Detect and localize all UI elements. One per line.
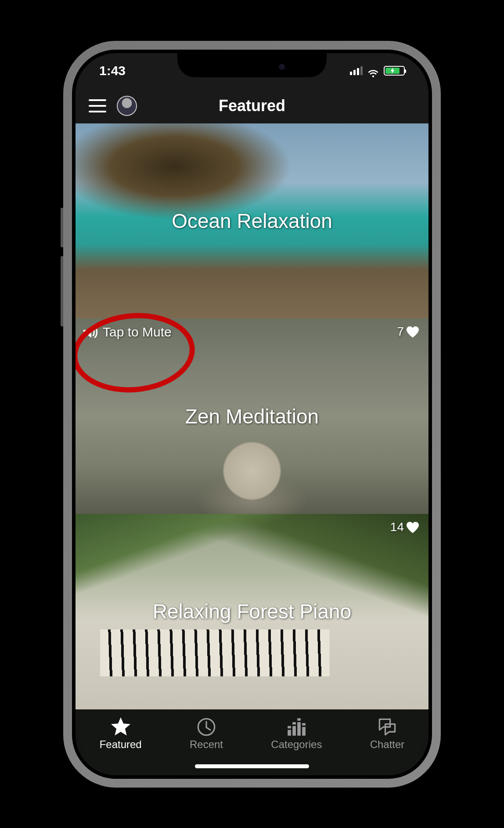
status-right <box>350 66 405 76</box>
card-title: Ocean Relaxation <box>172 209 332 233</box>
svg-rect-8 <box>302 723 306 726</box>
heart-icon <box>407 522 419 532</box>
tab-label: Chatter <box>370 738 405 751</box>
status-time: 1:43 <box>99 63 126 78</box>
card-relaxing-forest-piano[interactable]: 14 Relaxing Forest Piano <box>76 514 428 709</box>
heart-icon <box>407 326 419 337</box>
grid-icon <box>287 717 306 735</box>
card-title: Relaxing Forest Piano <box>153 600 352 623</box>
star-icon <box>111 717 130 735</box>
svg-rect-4 <box>302 727 306 736</box>
tab-featured[interactable]: Featured <box>100 717 142 751</box>
svg-rect-2 <box>293 726 296 735</box>
phone-bezel: 1:43 <box>72 50 432 779</box>
card-likes[interactable]: 14 <box>390 520 419 534</box>
menu-button[interactable] <box>89 99 106 112</box>
profile-button[interactable] <box>117 96 137 116</box>
tap-to-mute-button[interactable]: Tap to Mute <box>83 325 172 340</box>
tab-label: Recent <box>190 738 223 751</box>
clock-icon <box>197 717 216 735</box>
svg-rect-7 <box>298 718 301 721</box>
tab-label: Featured <box>100 738 142 751</box>
likes-count: 14 <box>390 520 404 534</box>
wifi-icon <box>367 66 379 76</box>
phone-frame: 1:43 <box>63 41 441 788</box>
tab-recent[interactable]: Recent <box>190 717 223 751</box>
battery-icon <box>384 66 405 76</box>
tab-chatter[interactable]: Chatter <box>370 717 405 751</box>
card-ocean-relaxation[interactable]: Ocean Relaxation <box>76 123 428 319</box>
tab-bar: Featured Recent Categories <box>76 709 428 775</box>
cellular-signal-icon <box>350 66 363 75</box>
svg-rect-5 <box>288 726 292 728</box>
navigation-bar: Featured <box>76 88 428 123</box>
home-indicator[interactable] <box>195 764 309 768</box>
svg-rect-3 <box>298 722 301 736</box>
svg-rect-6 <box>293 722 296 725</box>
chat-icon <box>378 717 397 735</box>
card-list[interactable]: Ocean Relaxation Tap to Mute 7 <box>76 123 428 709</box>
tab-label: Categories <box>271 738 322 751</box>
card-zen-meditation[interactable]: Tap to Mute 7 Zen Meditation <box>76 318 428 514</box>
card-likes[interactable]: 7 <box>397 325 419 339</box>
speaker-icon <box>83 325 99 339</box>
tab-categories[interactable]: Categories <box>271 717 322 751</box>
mute-label: Tap to Mute <box>103 325 172 340</box>
annotation-circle <box>76 308 198 398</box>
card-title: Zen Meditation <box>185 405 319 428</box>
screen: 1:43 <box>76 53 428 775</box>
notch <box>177 53 327 77</box>
svg-rect-1 <box>288 730 292 735</box>
likes-count: 7 <box>397 325 404 339</box>
